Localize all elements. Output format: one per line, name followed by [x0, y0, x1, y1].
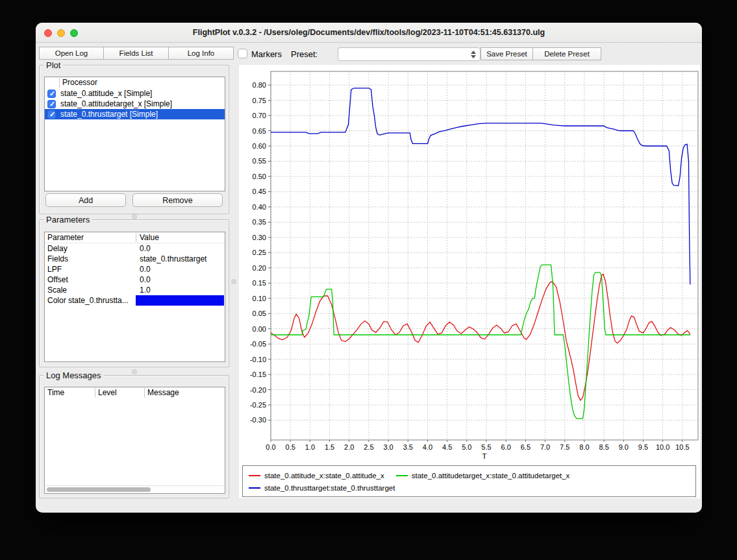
svg-text:0.00: 0.00	[253, 325, 266, 333]
level-column-header: Level	[98, 388, 117, 397]
item-label: state_0.attitudetarget_x [Simple]	[60, 99, 172, 108]
svg-text:-0.20: -0.20	[250, 386, 266, 394]
save-preset-button[interactable]: Save Preset	[481, 47, 533, 60]
log-table-header: Time Level Message	[45, 387, 225, 398]
item-label: state_0.thrusttarget [Simple]	[60, 110, 158, 119]
svg-text:8.5: 8.5	[599, 443, 608, 451]
svg-text:7.5: 7.5	[560, 443, 569, 451]
svg-text:6.0: 6.0	[501, 443, 511, 451]
remove-button[interactable]: Remove	[132, 193, 223, 207]
red-line-swatch-icon	[249, 475, 260, 476]
svg-text:0.40: 0.40	[253, 203, 266, 211]
svg-text:6.5: 6.5	[521, 443, 531, 451]
parameter-row[interactable]: Delay 0.0	[45, 243, 225, 254]
svg-text:0.65: 0.65	[253, 127, 266, 135]
svg-text:0.70: 0.70	[253, 112, 266, 119]
color-swatch[interactable]	[136, 295, 224, 306]
preset-label: Preset:	[291, 49, 318, 59]
parameter-row[interactable]: Fields state_0.thrusttarget	[45, 254, 225, 264]
svg-text:0.80: 0.80	[253, 81, 266, 89]
svg-text:3.0: 3.0	[383, 443, 393, 451]
parameters-table: Parameter Value Delay 0.0 Fields state_0…	[44, 232, 225, 362]
svg-text:5.0: 5.0	[462, 443, 471, 451]
svg-text:-0.15: -0.15	[250, 371, 266, 378]
svg-text:0.75: 0.75	[253, 97, 266, 104]
svg-text:0.10: 0.10	[253, 295, 266, 302]
parameter-name: LPF	[47, 265, 62, 274]
log-messages-table: Time Level Message	[44, 387, 225, 494]
legend-label: state_0.thrusttarget:state_0.thrusttarge…	[264, 484, 395, 492]
horizontal-splitter-handle[interactable]	[132, 369, 137, 374]
svg-text:10.5: 10.5	[675, 443, 689, 451]
horizontal-scrollbar[interactable]	[45, 485, 224, 493]
parameter-value[interactable]: state_0.thrusttarget	[140, 254, 206, 263]
svg-text:0.20: 0.20	[253, 264, 266, 272]
plot-list-item[interactable]: state_0.thrusttarget [Simple]	[45, 109, 225, 119]
parameter-row[interactable]: LPF 0.0	[45, 264, 225, 274]
add-button[interactable]: Add	[45, 193, 126, 207]
parameter-value[interactable]: 0.0	[140, 265, 151, 274]
preset-combobox[interactable]	[338, 47, 481, 61]
svg-text:4.0: 4.0	[423, 443, 432, 451]
parameter-row[interactable]: Color state_0.thrustta...	[45, 295, 225, 306]
delete-preset-button[interactable]: Delete Preset	[532, 47, 601, 60]
item-checkbox[interactable]	[47, 90, 56, 98]
svg-text:2.0: 2.0	[344, 443, 354, 451]
window-title: FlightPlot v.0.3.2 - /Users/oleg/Documen…	[36, 28, 702, 37]
svg-text:-0.30: -0.30	[250, 416, 266, 424]
time-column-header: Time	[47, 388, 64, 397]
chevron-down-icon	[471, 55, 476, 58]
svg-text:1.0: 1.0	[305, 443, 315, 451]
horizontal-splitter-handle[interactable]	[132, 214, 137, 219]
parameters-group: Parameters Parameter Value Delay 0.0 Fie…	[39, 219, 229, 367]
flight-plot-chart[interactable]: 0.00.51.01.52.02.53.03.54.04.55.05.56.06…	[239, 65, 700, 463]
legend-item: state_0.attitude_x:state_0.attitude_x	[249, 472, 384, 480]
parameters-table-header: Parameter Value	[45, 232, 225, 243]
item-label: state_0.attitude_x [Simple]	[60, 89, 152, 98]
svg-text:0.35: 0.35	[253, 218, 266, 226]
item-checkbox[interactable]	[47, 100, 56, 108]
plot-group-title: Plot	[44, 60, 63, 70]
markers-checkbox[interactable]	[238, 49, 247, 58]
legend-label: state_0.attitude_x:state_0.attitude_x	[264, 472, 384, 480]
svg-text:T: T	[482, 452, 486, 460]
plot-list-item[interactable]: state_0.attitude_x [Simple]	[45, 88, 225, 99]
parameter-row[interactable]: Scale 1.0	[45, 285, 225, 295]
svg-text:0.05: 0.05	[253, 310, 266, 317]
fields-list-button[interactable]: Fields List	[103, 47, 169, 60]
flightplot-window: FlightPlot v.0.3.2 - /Users/oleg/Documen…	[36, 23, 702, 513]
svg-text:-0.10: -0.10	[250, 356, 266, 363]
plot-list-item[interactable]: state_0.attitudetarget_x [Simple]	[45, 99, 225, 109]
parameter-value[interactable]: 0.0	[140, 244, 151, 253]
svg-text:4.5: 4.5	[442, 443, 452, 451]
svg-text:1.5: 1.5	[325, 443, 334, 451]
log-messages-group: Log Messages Time Level Message	[39, 375, 229, 498]
svg-text:10.0: 10.0	[656, 443, 669, 451]
svg-text:0.45: 0.45	[253, 188, 266, 195]
svg-text:3.5: 3.5	[403, 443, 413, 451]
processor-column-header: Processor	[62, 78, 97, 87]
svg-text:9.5: 9.5	[638, 443, 648, 451]
legend-item: state_0.thrusttarget:state_0.thrusttarge…	[249, 484, 395, 492]
horizontal-scrollbar-thumb[interactable]	[47, 487, 151, 492]
combo-stepper-icon	[468, 49, 479, 60]
svg-text:8.0: 8.0	[579, 443, 589, 451]
parameter-row[interactable]: Offset 0.0	[45, 274, 225, 285]
svg-text:-0.25: -0.25	[250, 401, 266, 409]
log-info-button[interactable]: Log Info	[168, 47, 234, 60]
parameter-name: Fields	[47, 254, 68, 263]
legend-label: state_0.attitudetarget_x:state_0.attitud…	[412, 472, 570, 480]
vertical-splitter-handle[interactable]	[231, 279, 236, 284]
open-log-button[interactable]: Open Log	[39, 47, 104, 60]
svg-text:0.25: 0.25	[253, 249, 266, 256]
svg-text:0.30: 0.30	[253, 234, 266, 241]
parameter-name: Delay	[47, 244, 68, 253]
parameter-value[interactable]: 0.0	[140, 275, 151, 284]
item-checkbox[interactable]	[47, 110, 56, 119]
parameter-column-header: Parameter	[47, 233, 84, 242]
parameter-value[interactable]: 1.0	[140, 286, 151, 295]
titlebar: FlightPlot v.0.3.2 - /Users/oleg/Documen…	[36, 23, 702, 43]
plot-group: Plot Processor state_0.attitude_x [Simpl…	[39, 65, 229, 214]
svg-text:-0.05: -0.05	[250, 340, 266, 348]
svg-text:0.55: 0.55	[253, 157, 266, 165]
